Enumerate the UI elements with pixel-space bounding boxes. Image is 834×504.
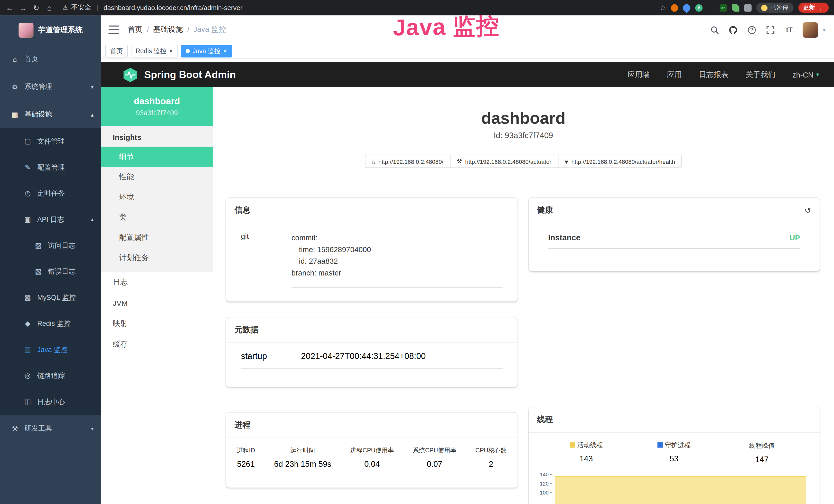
fullscreen-icon[interactable] <box>765 24 776 35</box>
sba-section-insights: Insights <box>101 126 213 147</box>
sidebar-item-log-center[interactable]: ◫ 日志中心 <box>0 389 101 415</box>
infra-icon: ▦ <box>10 110 19 118</box>
sba-insights-group: Insights 细节 性能 环境 类 配置属性 计划任务 <box>101 126 213 272</box>
breadcrumb-infra[interactable]: 基础设施 <box>153 25 183 35</box>
sidebar-item-job[interactable]: ◷ 定时任务 <box>0 180 101 206</box>
collapse-menu-icon[interactable] <box>108 25 119 34</box>
sidebar-item-infra[interactable]: ▦ 基础设施 ▴ <box>0 100 101 128</box>
help-icon[interactable] <box>747 24 757 35</box>
sba-item-performance[interactable]: 性能 <box>101 167 213 187</box>
git-commit-line: commit: <box>291 232 502 244</box>
extension-icon-leaf[interactable] <box>732 4 739 12</box>
sba-nav-wall[interactable]: 应用墙 <box>628 70 650 79</box>
sba-item-scheduled[interactable]: 计划任务 <box>101 248 213 268</box>
sba-item-details[interactable]: 细节 <box>101 147 213 167</box>
sidebar-item-redis[interactable]: ◆ Redis 监控 <box>0 311 101 336</box>
sba-instance-name: dashboard <box>134 96 180 107</box>
sidebar-item-dev-tools[interactable]: ⚒ 研发工具 ▾ <box>0 415 101 442</box>
threads-card: 线程 活动线程 143 <box>528 407 820 504</box>
tab-home[interactable]: 首页 <box>105 45 128 58</box>
search-icon[interactable] <box>709 24 720 35</box>
health-card: 健康 ↺ Instance UP <box>528 198 820 271</box>
extension-icon-drop[interactable] <box>681 3 692 13</box>
health-instance-label: Instance <box>548 233 580 242</box>
instance-hero: dashboard Id: 93a3fc7f7409 ⌂ http://192.… <box>213 87 834 168</box>
browser-home-icon[interactable]: ⌂ <box>45 3 54 12</box>
extension-icon-grid[interactable] <box>707 4 715 12</box>
close-icon[interactable]: × <box>223 48 227 54</box>
update-button[interactable]: 更新 ⋮ <box>798 3 829 13</box>
sidebar-item-mysql[interactable]: ▩ MySQL 监控 <box>0 284 101 311</box>
tab-java-monitor[interactable]: Java 监控 × <box>181 45 232 58</box>
forward-icon[interactable]: → <box>19 3 27 12</box>
health-card-title: 健康 <box>537 205 553 215</box>
sba-main: dashboard Id: 93a3fc7f7409 ⌂ http://192.… <box>213 87 834 504</box>
app-logo[interactable]: 芋道管理系统 <box>0 16 101 45</box>
avatar-caret-icon[interactable]: ▾ <box>823 27 825 33</box>
sidebar-item-trace[interactable]: ◎ 链路追踪 <box>0 363 101 388</box>
extensions-puzzle-icon[interactable] <box>744 4 751 12</box>
reload-icon[interactable]: ↻ <box>32 3 40 12</box>
home-icon: ⌂ <box>372 158 375 165</box>
screen: ← → ↻ ⌂ ⚠ 不安全 | dashboard.yudao.iocoder.… <box>0 0 834 504</box>
close-icon[interactable]: × <box>169 48 173 54</box>
sba-item-config-props[interactable]: 配置属性 <box>101 228 213 248</box>
sba-item-mappings[interactable]: 映射 <box>101 313 213 334</box>
legend-peak-threads: 线程峰值 147 <box>718 440 806 464</box>
paused-badge[interactable]: 已暂停 <box>756 3 793 13</box>
sba-nav-applications[interactable]: 应用 <box>667 70 682 79</box>
sba-item-jvm[interactable]: JVM <box>101 293 213 313</box>
sidebar-item-config[interactable]: ✎ 配置管理 <box>0 154 101 180</box>
sidebar-item-home[interactable]: ⌂ 首页 <box>0 45 101 73</box>
kebab-menu-icon[interactable]: ⋮ <box>818 4 824 12</box>
user-avatar[interactable] <box>803 22 818 38</box>
legend-swatch-yellow <box>570 442 575 448</box>
metadata-card: 元数据 startup 2021-04-27T00:44:31.254+08:0… <box>226 317 517 387</box>
sba-brand[interactable]: Spring Boot Admin <box>122 67 236 83</box>
threads-chart-yaxis: 140 120 100 <box>534 470 552 504</box>
extension-icon-switch[interactable]: on <box>720 4 727 12</box>
page-title: dashboard <box>213 110 834 128</box>
sba-locale-select[interactable]: zh-CN ▾ <box>792 70 819 79</box>
font-size-icon[interactable]: tT <box>784 24 794 35</box>
extension-icon-orange[interactable] <box>671 4 678 12</box>
logo-image <box>18 23 33 38</box>
status-badge: UP <box>790 233 800 242</box>
github-icon[interactable] <box>728 24 739 35</box>
sba-nav-journal[interactable]: 日志报表 <box>699 70 729 79</box>
sba-header: Spring Boot Admin 应用墙 应用 日志报表 关于我们 zh-CN… <box>101 62 834 87</box>
security-label[interactable]: 不安全 <box>71 3 91 12</box>
sidebar-item-api-log[interactable]: ▣ API 日志 ▴ <box>0 206 101 232</box>
instance-home-link[interactable]: ⌂ http://192.168.0.2:48080/ <box>365 155 450 168</box>
info-row-label: git <box>241 232 291 288</box>
sidebar-item-file[interactable]: ▢ 文件管理 <box>0 128 101 154</box>
instance-actuator-link[interactable]: ⚒ http://192.168.0.2:48080/actuator <box>450 155 558 168</box>
breadcrumb-current: Java 监控 <box>193 25 226 35</box>
sidebar-item-access-log[interactable]: ▨ 访问日志 <box>0 232 101 258</box>
sidebar-item-system[interactable]: ⚙ 系统管理 ▾ <box>0 73 101 101</box>
sba-item-caches[interactable]: 缓存 <box>101 334 213 354</box>
vue-devtools-icon[interactable]: V <box>695 4 703 12</box>
chevron-up-icon: ▴ <box>91 216 93 222</box>
sba-item-environment[interactable]: 环境 <box>101 187 213 207</box>
address-bar[interactable]: ⚠ 不安全 | dashboard.yudao.iocoder.cn/infra… <box>63 3 242 12</box>
sidebar-item-java[interactable]: ▥ Java 监控 <box>0 337 101 363</box>
process-table: 进程ID 5261 运行时间 6d 23h 15m 59s <box>226 438 517 488</box>
tab-redis-monitor[interactable]: Redis 监控 × <box>131 45 177 58</box>
sidebar-item-error-log[interactable]: ▧ 错误日志 <box>0 258 101 284</box>
instance-health-link[interactable]: ♥ http://192.168.0.2:48080/actuator/heal… <box>558 155 682 168</box>
sba-instance-header[interactable]: dashboard 93a3fc7f7409 <box>101 87 213 126</box>
metadata-row-startup: startup 2021-04-27T00:44:31.254+08:00 <box>241 351 502 369</box>
bookmark-star-icon[interactable]: ☆ <box>660 4 666 12</box>
breadcrumb-home[interactable]: 首页 <box>128 25 142 35</box>
threads-chart-area <box>555 476 806 504</box>
sba-sidebar: dashboard 93a3fc7f7409 Insights 细节 性能 环境… <box>101 87 213 504</box>
sba-nav-about[interactable]: 关于我们 <box>746 70 775 79</box>
history-icon[interactable]: ↺ <box>805 206 811 215</box>
error-log-icon: ▧ <box>34 268 43 275</box>
back-icon[interactable]: ← <box>5 3 14 12</box>
url-text[interactable]: dashboard.yudao.iocoder.cn/infra/admin-s… <box>104 4 242 12</box>
sba-item-classes[interactable]: 类 <box>101 207 213 228</box>
sba-item-loggers[interactable]: 日志 <box>101 272 213 293</box>
sba-nav: 应用墙 应用 日志报表 关于我们 zh-CN ▾ <box>628 70 819 79</box>
